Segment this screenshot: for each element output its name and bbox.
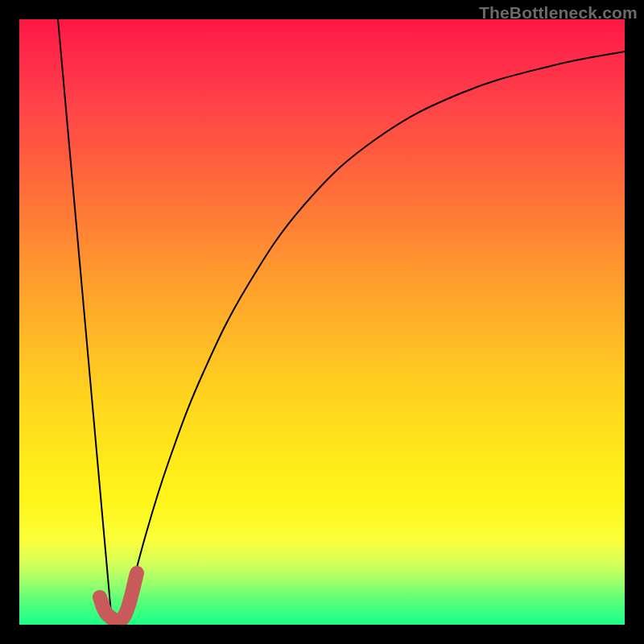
left-descent-line: [58, 19, 111, 613]
watermark-text: TheBottleneck.com: [479, 3, 638, 23]
right-ascending-curve: [124, 52, 625, 618]
chart-frame: TheBottleneck.com: [0, 0, 644, 644]
plot-area: [19, 19, 625, 625]
minimum-marker-j: [100, 573, 137, 621]
plot-lines-layer: [19, 19, 625, 625]
